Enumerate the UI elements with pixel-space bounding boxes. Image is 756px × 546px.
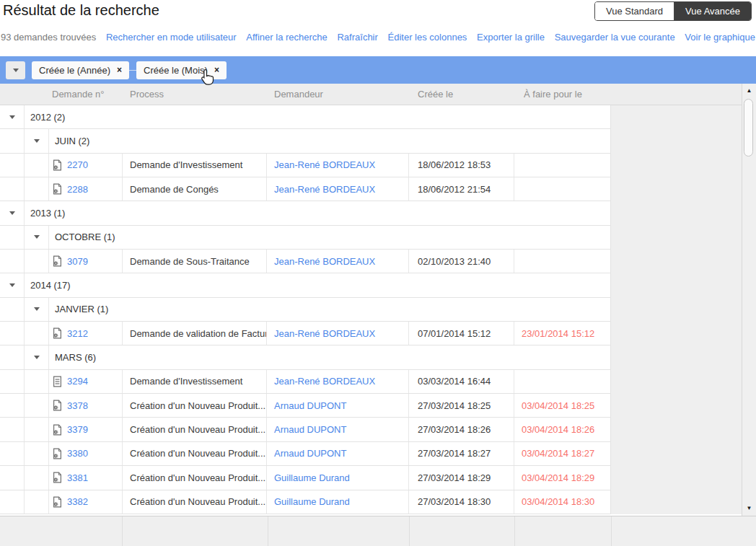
toolbar-link-5[interactable]: Sauvegarder la vue courante bbox=[555, 32, 675, 43]
column-header: À faire pour le bbox=[514, 89, 611, 100]
results-count: 93 demandes trouvées bbox=[1, 32, 96, 43]
scroll-down-button[interactable]: ▼ bbox=[742, 501, 756, 514]
created-cell: 27/03/2014 18:30 bbox=[409, 490, 514, 514]
demande-cell: 3212 bbox=[49, 322, 123, 345]
indent-cell bbox=[25, 250, 49, 273]
requester-cell: Jean-René BORDEAUX bbox=[267, 177, 409, 201]
scrollbar-thumb[interactable] bbox=[744, 99, 753, 157]
created-cell: 27/03/2014 18:25 bbox=[409, 394, 514, 417]
indent-cell bbox=[0, 370, 25, 393]
group-label: 2013 (1) bbox=[25, 201, 611, 224]
table-row: 3294Demande d'InvestissementJean-René BO… bbox=[0, 370, 611, 394]
indent-cell bbox=[0, 298, 25, 321]
expander-triangle-icon bbox=[34, 139, 40, 143]
indent-cell bbox=[0, 394, 25, 417]
demande-link[interactable]: 2288 bbox=[67, 184, 88, 195]
scroll-up-button[interactable]: ▲ bbox=[742, 84, 756, 97]
group-expander[interactable] bbox=[25, 129, 49, 152]
table-row: 2288Demande de CongésJean-René BORDEAUX1… bbox=[0, 177, 611, 201]
demande-link[interactable]: 3379 bbox=[67, 424, 88, 435]
demande-cell: 3294 bbox=[49, 370, 123, 393]
group-expander[interactable] bbox=[0, 105, 25, 128]
group-chip[interactable]: Créée le (Année)× bbox=[32, 61, 129, 79]
grouping-bar: Créée le (Année)×Créée le (Mois)× bbox=[0, 56, 756, 84]
requester-link[interactable]: Jean-René BORDEAUX bbox=[274, 159, 375, 170]
demande-link[interactable]: 3381 bbox=[67, 472, 88, 483]
indent-cell bbox=[25, 370, 49, 393]
process-cell: Création d'un Nouveau Produit... bbox=[123, 490, 267, 514]
demande-link[interactable]: 3378 bbox=[67, 400, 88, 411]
column-header: Demandeur bbox=[267, 89, 409, 100]
created-cell: 27/03/2014 18:27 bbox=[409, 442, 514, 465]
due-cell: 03/04/2014 18:27 bbox=[514, 442, 611, 465]
toolbar-link-2[interactable]: Rafraîchir bbox=[337, 32, 377, 43]
toolbar-link-6[interactable]: Voir le graphique bbox=[685, 32, 755, 43]
demande-link[interactable]: 3212 bbox=[67, 328, 88, 339]
expander-triangle-icon bbox=[34, 307, 40, 311]
process-cell: Demande de Congés bbox=[123, 177, 267, 201]
indent-cell bbox=[25, 442, 49, 465]
requester-link[interactable]: Jean-René BORDEAUX bbox=[274, 256, 375, 267]
demande-link[interactable]: 3079 bbox=[67, 256, 88, 267]
doc-gear-icon bbox=[52, 448, 63, 459]
doc-lines-icon bbox=[52, 376, 63, 387]
chip-remove-icon[interactable]: × bbox=[214, 66, 219, 74]
requester-cell: Jean-René BORDEAUX bbox=[267, 250, 409, 273]
requester-link[interactable]: Jean-René BORDEAUX bbox=[274, 328, 375, 339]
footer-column-line bbox=[514, 516, 515, 546]
indent-cell bbox=[25, 490, 49, 514]
process-cell: Demande de validation de Facture bbox=[123, 322, 267, 345]
requester-link[interactable]: Jean-René BORDEAUX bbox=[274, 376, 375, 387]
demande-link[interactable]: 3380 bbox=[67, 448, 88, 459]
footer-column-line bbox=[268, 516, 268, 546]
demande-link[interactable]: 3382 bbox=[67, 496, 88, 507]
column-header: Demande n° bbox=[49, 89, 123, 100]
group-expander[interactable] bbox=[0, 273, 25, 296]
group-label: MARS (6) bbox=[49, 345, 611, 369]
toolbar-link-3[interactable]: Éditer les colonnes bbox=[388, 32, 467, 43]
demande-cell: 3079 bbox=[49, 250, 123, 273]
group-label: 2012 (2) bbox=[25, 105, 611, 128]
chip-remove-icon[interactable]: × bbox=[117, 66, 122, 74]
doc-gear-icon bbox=[52, 424, 63, 436]
requester-link[interactable]: Arnaud DUPONT bbox=[274, 400, 346, 411]
grouping-dropdown-button[interactable] bbox=[6, 61, 25, 79]
group-expander[interactable] bbox=[25, 298, 49, 321]
expander-triangle-icon bbox=[34, 356, 40, 359]
group-chip[interactable]: Créée le (Mois)× bbox=[136, 61, 227, 79]
group-chip-label: Créée le (Mois) bbox=[144, 65, 208, 76]
group-expander[interactable] bbox=[25, 345, 49, 369]
demande-cell: 3382 bbox=[49, 490, 123, 514]
toolbar-link-1[interactable]: Affiner la recherche bbox=[246, 32, 328, 43]
requester-link[interactable]: Arnaud DUPONT bbox=[274, 424, 346, 435]
toolbar-link-4[interactable]: Exporter la grille bbox=[477, 32, 545, 43]
table-row: 3212Demande de validation de FactureJean… bbox=[0, 322, 611, 345]
group-expander[interactable] bbox=[0, 201, 25, 224]
chip-connector bbox=[129, 70, 136, 71]
requester-link[interactable]: Guillaume Durand bbox=[274, 472, 350, 483]
table-row: 3079Demande de Sous-TraitanceJean-René B… bbox=[0, 250, 611, 273]
vertical-scrollbar[interactable]: ▲ ▼ bbox=[742, 84, 756, 516]
requester-cell: Arnaud DUPONT bbox=[267, 394, 409, 417]
indent-cell bbox=[0, 177, 25, 201]
toolbar-link-0[interactable]: Rechercher en mode utilisateur bbox=[106, 32, 237, 43]
due-cell: 03/04/2014 18:26 bbox=[514, 418, 611, 441]
due-cell bbox=[514, 250, 611, 273]
requester-cell: Arnaud DUPONT bbox=[267, 442, 409, 465]
vue-standard-button[interactable]: Vue Standard bbox=[595, 2, 674, 20]
requester-link[interactable]: Guillaume Durand bbox=[274, 496, 350, 507]
indent-cell bbox=[25, 322, 49, 345]
indent-cell bbox=[25, 394, 49, 417]
demande-link[interactable]: 2270 bbox=[67, 159, 88, 170]
requester-link[interactable]: Arnaud DUPONT bbox=[274, 448, 346, 459]
demande-link[interactable]: 3294 bbox=[67, 376, 88, 387]
demande-cell: 2270 bbox=[49, 154, 123, 177]
column-header: Process bbox=[123, 89, 267, 100]
group-expander[interactable] bbox=[25, 226, 49, 249]
vue-avancee-button[interactable]: Vue Avancée bbox=[674, 2, 751, 20]
footer-column-line bbox=[122, 516, 123, 546]
doc-gear-icon bbox=[52, 327, 63, 339]
grouping-chips: Créée le (Année)×Créée le (Mois)× bbox=[32, 61, 227, 79]
requester-link[interactable]: Jean-René BORDEAUX bbox=[274, 184, 375, 195]
doc-gear-icon bbox=[52, 183, 63, 195]
